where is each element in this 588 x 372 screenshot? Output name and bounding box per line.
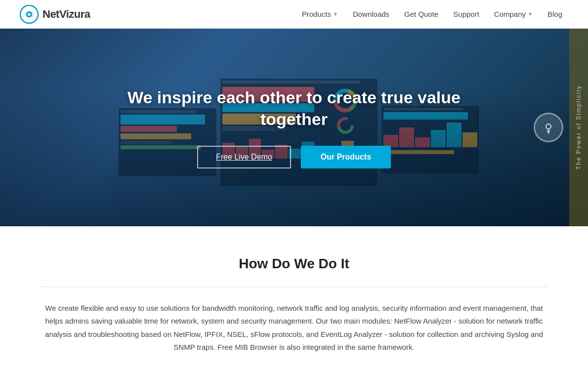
nav-item-support[interactable]: Support	[447, 7, 485, 21]
hero-circle-icon	[534, 113, 563, 142]
svg-point-11	[546, 124, 551, 129]
logo-icon	[20, 5, 39, 24]
our-products-button[interactable]: Our Products	[301, 146, 391, 168]
svg-point-4	[30, 13, 31, 14]
location-icon	[541, 120, 556, 135]
nav-item-get-quote[interactable]: Get Quote	[398, 7, 444, 21]
hero-section: The Power of Simplicity We inspire each …	[0, 29, 588, 226]
main-nav: Products ▼ Downloads Get Quote Support C…	[296, 7, 568, 21]
free-demo-button[interactable]: Free Live Demo	[197, 146, 291, 168]
header: NetVizura Products ▼ Downloads Get Quote…	[0, 0, 588, 29]
nav-item-company[interactable]: Company ▼	[488, 7, 539, 21]
how-title: How Do We Do It	[40, 256, 548, 272]
logo[interactable]: NetVizura	[20, 5, 90, 24]
company-chevron-icon: ▼	[528, 11, 533, 17]
how-section: How Do We Do It We create flexible and e…	[0, 226, 588, 372]
nav-item-downloads[interactable]: Downloads	[347, 7, 395, 21]
hero-content: We inspire each other to create true val…	[96, 77, 492, 178]
hero-side-strip: The Power of Simplicity	[569, 29, 588, 226]
section-divider	[40, 287, 548, 287]
side-strip-text: The Power of Simplicity	[575, 85, 582, 169]
logo-text: NetVizura	[42, 8, 90, 21]
products-chevron-icon: ▼	[333, 11, 338, 17]
nav-item-products[interactable]: Products ▼	[296, 7, 344, 21]
nav-item-blog[interactable]: Blog	[542, 7, 568, 21]
hero-title: We inspire each other to create true val…	[106, 86, 482, 130]
how-description: We create flexible and easy to use solut…	[40, 302, 548, 354]
hero-buttons: Free Live Demo Our Products	[197, 146, 391, 168]
